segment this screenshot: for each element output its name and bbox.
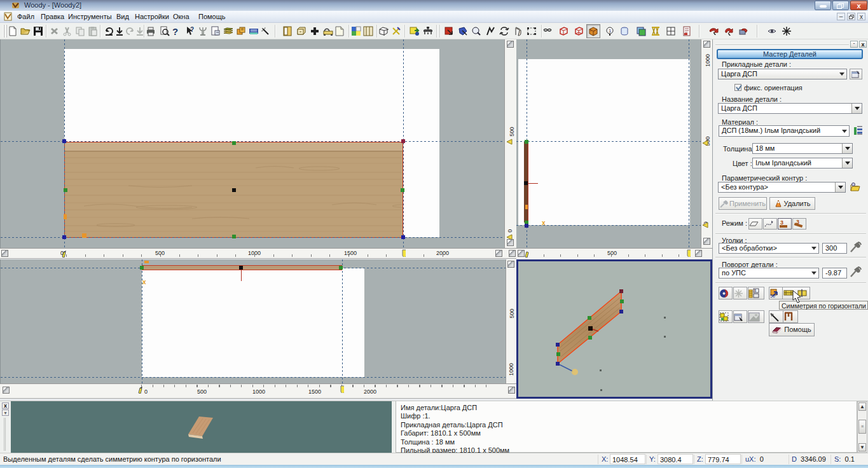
svg-text:50: 50 [770,294,775,298]
svg-text:1: 1 [609,28,612,34]
svg-text:3: 3 [780,219,783,226]
svg-text:?: ? [190,26,194,33]
